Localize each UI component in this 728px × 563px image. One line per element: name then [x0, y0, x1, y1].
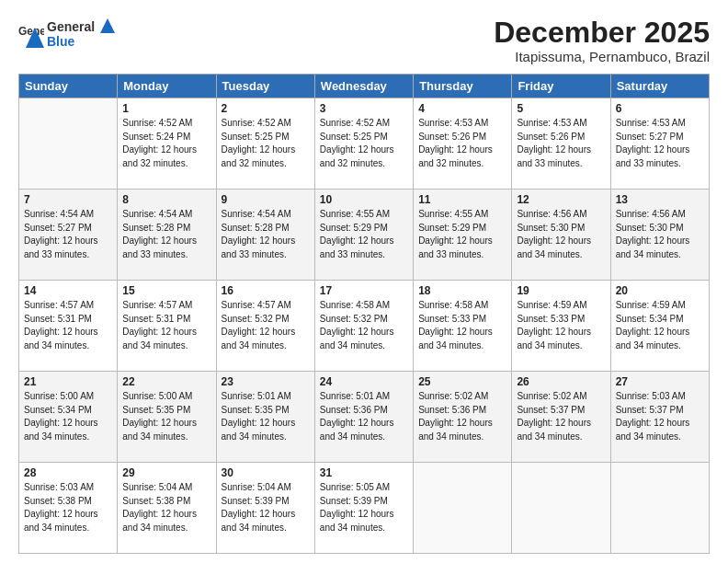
day-number: 25: [418, 375, 506, 388]
day-info: Sunrise: 4:54 AMSunset: 5:28 PMDaylight:…: [222, 208, 310, 261]
calendar-week-row: 7Sunrise: 4:54 AMSunset: 5:27 PMDaylight…: [19, 190, 710, 281]
calendar-subtitle: Itapissuma, Pernambuco, Brazil: [494, 49, 710, 64]
day-number: 15: [122, 284, 210, 297]
col-sunday: Sunday: [19, 75, 118, 98]
col-saturday: Saturday: [610, 75, 709, 98]
day-number: 27: [616, 375, 704, 388]
day-info: Sunrise: 5:01 AMSunset: 5:36 PMDaylight:…: [320, 390, 408, 443]
day-number: 20: [616, 284, 704, 297]
col-monday: Monday: [118, 75, 216, 98]
day-info: Sunrise: 4:52 AMSunset: 5:25 PMDaylight:…: [222, 117, 310, 170]
day-number: 12: [517, 193, 605, 206]
table-row: 13Sunrise: 4:56 AMSunset: 5:30 PMDayligh…: [610, 190, 709, 281]
day-info: Sunrise: 4:53 AMSunset: 5:26 PMDaylight:…: [418, 117, 506, 170]
table-row: 31Sunrise: 5:05 AMSunset: 5:39 PMDayligh…: [314, 463, 413, 554]
day-number: 2: [222, 102, 310, 115]
day-info: Sunrise: 4:58 AMSunset: 5:33 PMDaylight:…: [418, 299, 506, 352]
day-info: Sunrise: 5:00 AMSunset: 5:34 PMDaylight:…: [24, 390, 112, 443]
calendar-week-row: 21Sunrise: 5:00 AMSunset: 5:34 PMDayligh…: [19, 372, 710, 463]
day-number: 10: [320, 193, 408, 206]
day-info: Sunrise: 4:55 AMSunset: 5:29 PMDaylight:…: [320, 208, 408, 261]
col-thursday: Thursday: [414, 75, 512, 98]
table-row: 2Sunrise: 4:52 AMSunset: 5:25 PMDaylight…: [216, 98, 314, 190]
day-number: 11: [418, 193, 506, 206]
header: General General Blue December 2025 Itapi…: [18, 17, 710, 64]
logo: General General Blue: [18, 17, 120, 53]
day-info: Sunrise: 4:53 AMSunset: 5:26 PMDaylight:…: [517, 117, 605, 170]
table-row: 22Sunrise: 5:00 AMSunset: 5:35 PMDayligh…: [118, 372, 216, 463]
day-number: 17: [320, 284, 408, 297]
table-row: 26Sunrise: 5:02 AMSunset: 5:37 PMDayligh…: [512, 372, 610, 463]
table-row: [19, 98, 118, 190]
table-row: 21Sunrise: 5:00 AMSunset: 5:34 PMDayligh…: [19, 372, 118, 463]
table-row: [512, 463, 610, 554]
table-row: 3Sunrise: 4:52 AMSunset: 5:25 PMDaylight…: [314, 98, 413, 190]
table-row: 20Sunrise: 4:59 AMSunset: 5:34 PMDayligh…: [610, 281, 709, 372]
day-info: Sunrise: 4:55 AMSunset: 5:29 PMDaylight:…: [418, 208, 506, 261]
day-number: 5: [517, 102, 605, 115]
day-number: 29: [122, 466, 210, 479]
day-info: Sunrise: 5:01 AMSunset: 5:35 PMDaylight:…: [222, 390, 310, 443]
table-row: 29Sunrise: 5:04 AMSunset: 5:38 PMDayligh…: [118, 463, 216, 554]
day-number: 6: [616, 102, 704, 115]
table-row: [414, 463, 512, 554]
table-row: 17Sunrise: 4:58 AMSunset: 5:32 PMDayligh…: [314, 281, 413, 372]
day-info: Sunrise: 4:53 AMSunset: 5:27 PMDaylight:…: [616, 117, 704, 170]
day-number: 30: [222, 466, 310, 479]
table-row: 5Sunrise: 4:53 AMSunset: 5:26 PMDaylight…: [512, 98, 610, 190]
day-number: 26: [517, 375, 605, 388]
day-info: Sunrise: 4:54 AMSunset: 5:27 PMDaylight:…: [24, 208, 112, 261]
day-number: 13: [616, 193, 704, 206]
table-row: 1Sunrise: 4:52 AMSunset: 5:24 PMDaylight…: [118, 98, 216, 190]
day-info: Sunrise: 4:52 AMSunset: 5:24 PMDaylight:…: [122, 117, 210, 170]
day-number: 1: [122, 102, 210, 115]
logo-text: General Blue: [47, 17, 120, 53]
page: General General Blue December 2025 Itapi…: [0, 0, 728, 563]
table-row: [610, 463, 709, 554]
table-row: 28Sunrise: 5:03 AMSunset: 5:38 PMDayligh…: [19, 463, 118, 554]
table-row: 25Sunrise: 5:02 AMSunset: 5:36 PMDayligh…: [414, 372, 512, 463]
table-row: 9Sunrise: 4:54 AMSunset: 5:28 PMDaylight…: [216, 190, 314, 281]
day-number: 28: [24, 466, 112, 479]
day-number: 22: [122, 375, 210, 388]
calendar-week-row: 14Sunrise: 4:57 AMSunset: 5:31 PMDayligh…: [19, 281, 710, 372]
day-number: 14: [24, 284, 112, 297]
day-number: 18: [418, 284, 506, 297]
logo-icon: General: [18, 22, 44, 48]
table-row: 7Sunrise: 4:54 AMSunset: 5:27 PMDaylight…: [19, 190, 118, 281]
day-info: Sunrise: 5:05 AMSunset: 5:39 PMDaylight:…: [320, 481, 408, 534]
day-info: Sunrise: 5:04 AMSunset: 5:39 PMDaylight:…: [222, 481, 310, 534]
title-block: December 2025 Itapissuma, Pernambuco, Br…: [494, 17, 710, 64]
day-number: 19: [517, 284, 605, 297]
calendar-week-row: 1Sunrise: 4:52 AMSunset: 5:24 PMDaylight…: [19, 98, 710, 190]
day-number: 4: [418, 102, 506, 115]
table-row: 24Sunrise: 5:01 AMSunset: 5:36 PMDayligh…: [314, 372, 413, 463]
day-number: 7: [24, 193, 112, 206]
svg-text:General: General: [47, 19, 95, 34]
table-row: 6Sunrise: 4:53 AMSunset: 5:27 PMDaylight…: [610, 98, 709, 190]
svg-text:Blue: Blue: [47, 34, 75, 49]
table-row: 4Sunrise: 4:53 AMSunset: 5:26 PMDaylight…: [414, 98, 512, 190]
day-info: Sunrise: 4:52 AMSunset: 5:25 PMDaylight:…: [320, 117, 408, 170]
table-row: 14Sunrise: 4:57 AMSunset: 5:31 PMDayligh…: [19, 281, 118, 372]
day-info: Sunrise: 4:57 AMSunset: 5:32 PMDaylight:…: [222, 299, 310, 352]
table-row: 23Sunrise: 5:01 AMSunset: 5:35 PMDayligh…: [216, 372, 314, 463]
day-info: Sunrise: 4:56 AMSunset: 5:30 PMDaylight:…: [517, 208, 605, 261]
day-info: Sunrise: 5:03 AMSunset: 5:38 PMDaylight:…: [24, 481, 112, 534]
day-info: Sunrise: 5:00 AMSunset: 5:35 PMDaylight:…: [122, 390, 210, 443]
day-info: Sunrise: 4:54 AMSunset: 5:28 PMDaylight:…: [122, 208, 210, 261]
table-row: 8Sunrise: 4:54 AMSunset: 5:28 PMDaylight…: [118, 190, 216, 281]
table-row: 27Sunrise: 5:03 AMSunset: 5:37 PMDayligh…: [610, 372, 709, 463]
day-number: 16: [222, 284, 310, 297]
table-row: 11Sunrise: 4:55 AMSunset: 5:29 PMDayligh…: [414, 190, 512, 281]
day-info: Sunrise: 4:58 AMSunset: 5:32 PMDaylight:…: [320, 299, 408, 352]
table-row: 12Sunrise: 4:56 AMSunset: 5:30 PMDayligh…: [512, 190, 610, 281]
calendar-header-row: Sunday Monday Tuesday Wednesday Thursday…: [19, 75, 710, 98]
day-info: Sunrise: 4:59 AMSunset: 5:33 PMDaylight:…: [517, 299, 605, 352]
day-info: Sunrise: 5:02 AMSunset: 5:36 PMDaylight:…: [418, 390, 506, 443]
calendar-title: December 2025: [494, 17, 710, 49]
day-info: Sunrise: 4:57 AMSunset: 5:31 PMDaylight:…: [24, 299, 112, 352]
day-info: Sunrise: 4:57 AMSunset: 5:31 PMDaylight:…: [122, 299, 210, 352]
table-row: 18Sunrise: 4:58 AMSunset: 5:33 PMDayligh…: [414, 281, 512, 372]
col-friday: Friday: [512, 75, 610, 98]
